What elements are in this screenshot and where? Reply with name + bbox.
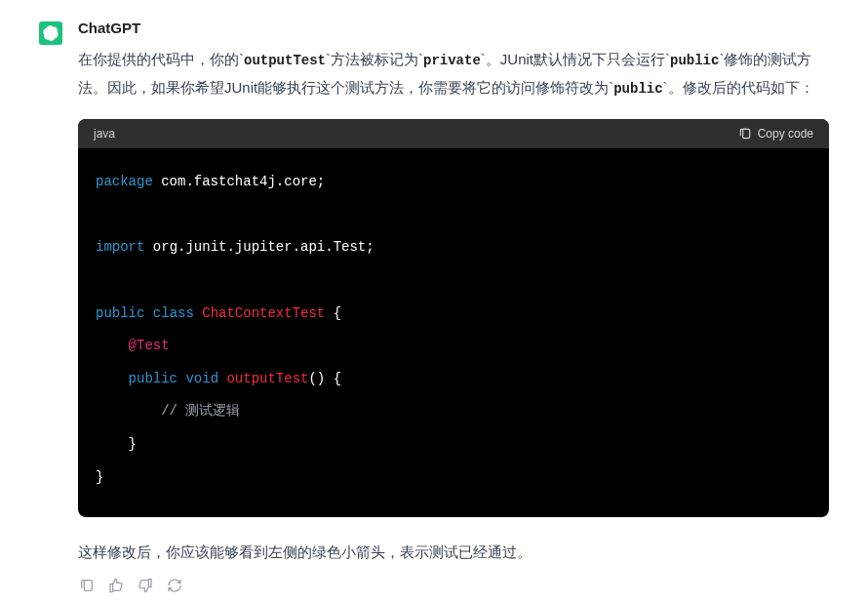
regenerate-icon: [167, 578, 182, 593]
svg-rect-1: [84, 581, 92, 591]
code-content: package com.fastchat4j.core; import org.…: [78, 148, 829, 517]
code-token: @Test: [129, 338, 170, 353]
message-paragraph: 在你提供的代码中，你的`outputTest`方法被标记为`private`。J…: [78, 46, 829, 101]
code-token: package: [96, 174, 153, 189]
code-token: outputTest: [226, 371, 308, 386]
openai-logo-icon: [43, 25, 59, 41]
code-token: public: [96, 305, 144, 321]
code-token: void: [185, 371, 218, 386]
code-token: }: [96, 436, 137, 452]
code-token: ChatContextTest: [202, 305, 325, 321]
code-token: org.junit.jupiter.api.Test;: [144, 239, 374, 255]
thumbs-down-icon: [138, 578, 153, 593]
assistant-message: ChatGPT 在你提供的代码中，你的`outputTest`方法被标记为`pr…: [39, 20, 829, 594]
inline-code: private: [423, 53, 481, 68]
inline-code: public: [670, 53, 719, 68]
code-token: [194, 305, 202, 321]
code-token: [96, 371, 129, 386]
code-token: [144, 305, 152, 321]
message-actions: [78, 577, 829, 594]
thumbs-up-icon: [108, 578, 124, 593]
code-token: }: [96, 469, 103, 485]
code-token: class: [153, 305, 194, 321]
code-token: () {: [308, 371, 341, 386]
code-token: public: [129, 371, 178, 386]
code-language-label: java: [94, 127, 115, 141]
assistant-avatar: [39, 21, 62, 45]
code-token: com.fastchat4j.core;: [153, 174, 325, 189]
clipboard-icon: [79, 578, 95, 593]
code-block: java Copy code package com.fastchat4j.co…: [78, 119, 829, 517]
svg-rect-0: [742, 130, 749, 139]
author-name: ChatGPT: [78, 20, 829, 36]
code-token: [96, 338, 129, 353]
code-token: [96, 403, 161, 419]
copy-code-label: Copy code: [758, 127, 813, 141]
thumbs-down-button[interactable]: [137, 577, 154, 594]
message-footer-text: 这样修改后，你应该能够看到左侧的绿色小箭头，表示测试已经通过。: [78, 539, 829, 565]
thumbs-up-button[interactable]: [107, 577, 125, 594]
inline-code: public: [613, 81, 662, 97]
inline-code: outputTest: [244, 53, 326, 68]
code-token: {: [325, 305, 341, 321]
clipboard-icon: [738, 127, 752, 141]
code-header: java Copy code: [78, 119, 829, 148]
copy-message-button[interactable]: [78, 577, 96, 594]
code-token: // 测试逻辑: [161, 403, 240, 419]
copy-code-button[interactable]: Copy code: [738, 127, 813, 141]
message-content: ChatGPT 在你提供的代码中，你的`outputTest`方法被标记为`pr…: [78, 20, 829, 594]
regenerate-button[interactable]: [166, 577, 183, 594]
code-token: import: [96, 239, 144, 255]
